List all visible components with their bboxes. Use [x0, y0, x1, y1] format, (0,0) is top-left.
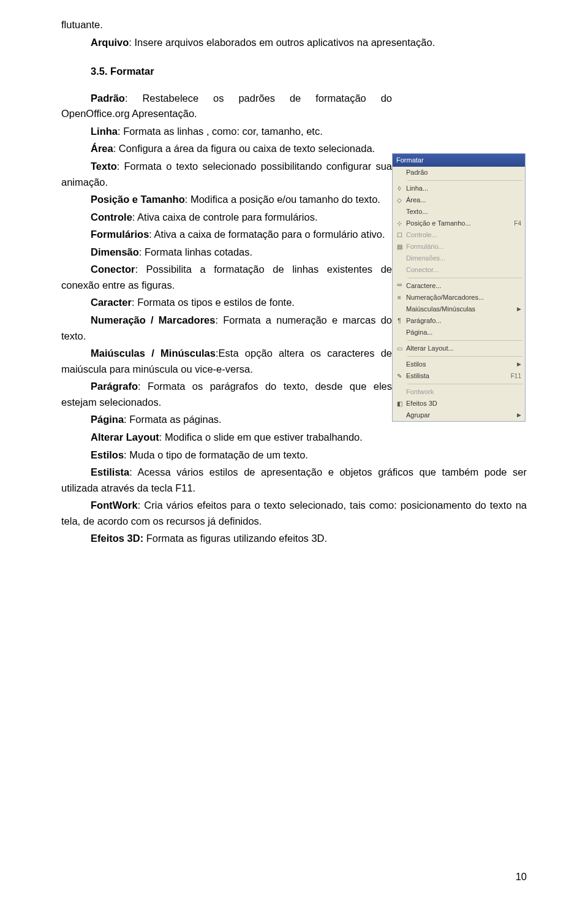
menu-item[interactable]: Conector...: [393, 264, 525, 276]
menu-item-shortcut: F11: [508, 371, 521, 381]
menu-item-icon: [393, 387, 406, 398]
text: : Formata as linhas , como: cor, tamanho…: [118, 126, 323, 137]
menu-item-label: Conector...: [406, 265, 521, 275]
term-estilista: Estilista: [91, 466, 129, 477]
paragraph-caracter: Caracter: Formata os tipos e estilos de …: [61, 295, 392, 311]
term-caracter: Caracter: [91, 297, 132, 308]
menu-item[interactable]: ☐Controle...: [393, 229, 525, 241]
paragraph-area: Área: Configura a área da figura ou caix…: [61, 141, 392, 157]
menu-item-label: Padrão: [406, 167, 521, 178]
menu-item-icon: [393, 410, 406, 421]
term-conector: Conector: [91, 264, 135, 275]
term-arquivo: Arquivo: [91, 37, 129, 48]
menu-item-icon: ▤: [393, 241, 406, 253]
term-linha: Linha: [91, 126, 118, 137]
formatar-menu: Formatar Padrão◊Linha...◇Área...Texto...…: [392, 153, 526, 422]
menu-item-label: Estilos: [406, 359, 514, 370]
menu-item-label: Controle...: [406, 230, 521, 240]
text: : Formata os tipos e estilos de fonte.: [132, 297, 295, 308]
menu-separator: [407, 356, 522, 357]
menu-item-icon: [393, 253, 406, 264]
text: : Insere arquivos elaborados em outros a…: [129, 37, 435, 48]
term-paragrafo: Parágrafo: [91, 381, 138, 392]
paragraph-formularios: Formulários: Ativa a caixa de formatação…: [61, 227, 392, 243]
menu-item[interactable]: ◧Efeitos 3D: [393, 398, 525, 409]
term-texto: Texto: [91, 161, 117, 172]
menu-item[interactable]: Padrão: [393, 167, 525, 178]
menu-item[interactable]: ᴬᴮCaractere...: [393, 280, 525, 292]
menu-item-label: Efeitos 3D: [406, 398, 521, 409]
menu-item-icon: ⊹: [393, 218, 406, 229]
menu-item-label: Posição e Tamanho...: [406, 218, 511, 229]
term-estilos: Estilos: [91, 449, 124, 460]
text: : Muda o tipo de formatação de um texto.: [124, 449, 308, 460]
menu-item-shortcut: F4: [511, 219, 521, 229]
menu-item[interactable]: ▤Formulário...: [393, 241, 525, 253]
menu-item-icon: [393, 304, 406, 315]
paragraph-maiusculas: Maiúsculas / Minúsculas:Esta opção alter…: [61, 346, 392, 377]
menu-item[interactable]: Texto...: [393, 206, 525, 218]
menu-item[interactable]: Maiúsculas/Minúsculas▶: [393, 303, 525, 315]
menu-item[interactable]: Estilos▶: [393, 359, 525, 370]
menu-item[interactable]: Dimensões...: [393, 253, 525, 264]
menu-item[interactable]: ◊Linha...: [393, 183, 525, 194]
menu-item-label: Área...: [406, 195, 521, 205]
term-fontwork: FontWork: [91, 500, 138, 511]
menu-item-label: Caractere...: [406, 281, 521, 291]
menu-item-label: Numeração/Marcadores...: [406, 292, 521, 303]
menu-item-label: Dimensões...: [406, 253, 521, 264]
menu-item-icon: [393, 359, 406, 370]
paragraph-fontwork: FontWork: Cria vários efeitos para o tex…: [61, 498, 527, 529]
menu-item-icon: ᴬᴮ: [393, 281, 406, 292]
term-pagina: Página: [91, 414, 124, 425]
menu-item-label: Alterar Layout...: [406, 343, 521, 354]
text: : Modifica a posição e/ou tamanho do tex…: [185, 194, 380, 205]
text: : Modifica o slide em que estiver trabal…: [159, 431, 363, 443]
menu-item[interactable]: Página...: [393, 327, 525, 338]
menu-item[interactable]: ⊹Posição e Tamanho...F4: [393, 218, 525, 229]
term-formularios: Formulários: [91, 229, 149, 240]
menu-item[interactable]: ¶Parágrafo...: [393, 315, 525, 327]
page-number: 10: [516, 869, 527, 885]
menu-item-icon: ▭: [393, 343, 406, 354]
menu-body: Padrão◊Linha...◇Área...Texto...⊹Posição …: [393, 167, 525, 421]
menu-item[interactable]: Fontwork: [393, 386, 525, 398]
term-padrao: Padrão: [91, 93, 125, 104]
menu-item-label: Texto...: [406, 207, 521, 217]
term-maiusculas: Maiúsculas / Minúsculas: [91, 348, 216, 359]
menu-item-icon: [393, 265, 406, 276]
heading-formatar: 3.5. Formatar: [91, 64, 527, 80]
text: : Configura a área da figura ou caixa de…: [113, 143, 375, 154]
paragraph-posicao-tamanho: Posição e Tamanho: Modifica a posição e/…: [61, 192, 392, 208]
menu-item-icon: [393, 207, 406, 218]
paragraph-efeitos3d: Efeitos 3D: Formata as figuras utilizand…: [61, 531, 527, 547]
text: : Ativa caixa de controle para formulári…: [132, 211, 318, 222]
submenu-arrow-icon: ▶: [514, 305, 521, 314]
menu-item[interactable]: ≡Numeração/Marcadores...: [393, 292, 525, 303]
term-alterar-layout: Alterar Layout: [91, 431, 159, 443]
menu-item-icon: ☐: [393, 230, 406, 241]
menu-item-icon: [393, 327, 406, 338]
menu-item-icon: ◧: [393, 398, 406, 409]
menu-item-label: Formulário...: [406, 241, 521, 252]
menu-item-icon: ◊: [393, 183, 406, 194]
submenu-arrow-icon: ▶: [514, 411, 521, 420]
menu-item-icon: ¶: [393, 316, 406, 327]
menu-item[interactable]: ◇Área...: [393, 194, 525, 206]
menu-item-label: Página...: [406, 327, 521, 338]
paragraph-conector: Conector: Possibilita a formatação de li…: [61, 262, 392, 293]
paragraph-padrao: Padrão: Restabelece os padrões de format…: [61, 91, 392, 122]
menu-item[interactable]: ▭Alterar Layout...: [393, 343, 525, 354]
menu-item-label: Maiúsculas/Minúsculas: [406, 304, 514, 314]
menu-item[interactable]: ✎EstilistaF11: [393, 370, 525, 382]
paragraph-controle: Controle: Ativa caixa de controle para f…: [61, 210, 392, 226]
paragraph-dimensao: Dimensão: Formata linhas cotadas.: [61, 245, 392, 260]
menu-item[interactable]: Agrupar▶: [393, 409, 525, 421]
menu-item-label: Agrupar: [406, 410, 514, 420]
term-numeracao: Numeração / Marcadores: [91, 314, 215, 325]
menu-item-label: Fontwork: [406, 387, 521, 397]
text: : Acessa vários estilos de apresentação …: [61, 466, 527, 493]
paragraph-linha: Linha: Formata as linhas , como: cor, ta…: [61, 124, 392, 140]
paragraph-estilista: Estilista: Acessa vários estilos de apre…: [61, 465, 527, 496]
menu-separator: [407, 384, 522, 384]
